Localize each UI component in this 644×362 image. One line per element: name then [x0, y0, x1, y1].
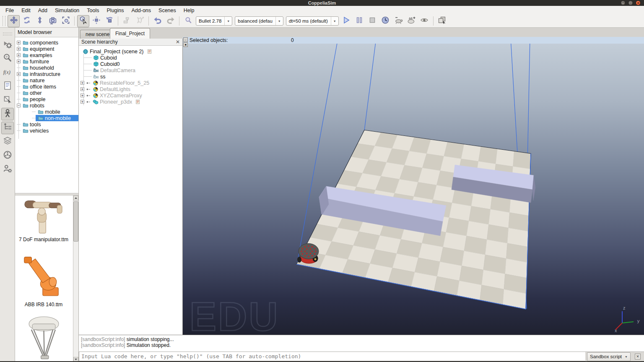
scene-scale-button[interactable] — [182, 15, 194, 27]
tree-item-equipment[interactable]: +equipment — [15, 46, 78, 52]
scene-hierarchy-toggle-button[interactable] — [1, 122, 14, 134]
lua-code-input[interactable] — [79, 352, 585, 361]
thumbnail-7-dof-manipulator-ttm[interactable]: 7 DoF manipulator.ttm — [15, 198, 72, 242]
tree-item-vehicles[interactable]: vehicles — [15, 128, 78, 134]
select-cursor-button[interactable] — [77, 15, 89, 27]
shape-edit-button[interactable] — [1, 94, 14, 107]
tree-item-furniture[interactable]: +furniture — [15, 58, 78, 65]
stop-simulation-button[interactable] — [366, 15, 379, 27]
toolbar-grip[interactable] — [3, 16, 5, 26]
camera-pan-button[interactable] — [8, 15, 20, 27]
menu-item-plugins[interactable]: Plugins — [103, 8, 128, 13]
script-editor-button[interactable] — [1, 80, 14, 93]
menu-item-help[interactable]: Help — [180, 8, 198, 13]
tree-item-people[interactable]: people — [15, 96, 78, 102]
video-recorder-button[interactable] — [1, 149, 14, 162]
camera-shift-button[interactable] — [34, 15, 46, 27]
menu-item-edit[interactable]: Edit — [18, 8, 34, 13]
select-region-button[interactable] — [60, 15, 72, 27]
layers-button[interactable] — [1, 135, 14, 148]
slower-button[interactable] — [392, 15, 405, 27]
minimize-icon[interactable]: – — [621, 0, 626, 5]
scroll-thumb[interactable] — [73, 201, 78, 242]
3d-scene[interactable]: zyxEDU — [183, 37, 644, 335]
menu-item-add[interactable]: Add — [34, 8, 51, 13]
model-browser-toggle-button[interactable] — [1, 108, 14, 120]
override-icon[interactable] — [86, 99, 91, 104]
sidebar-grip[interactable] — [3, 33, 12, 35]
hierarchy-item-defaultcamera[interactable]: DefaultCamera — [79, 67, 182, 73]
object-shift-button[interactable] — [90, 15, 102, 27]
override-icon[interactable] — [86, 93, 91, 98]
expand-toggle-icon[interactable]: + — [80, 87, 84, 91]
script-icon[interactable] — [147, 49, 152, 54]
tree-item-nature[interactable]: nature — [15, 77, 78, 83]
hierarchy-item-resizablefloor-5-25[interactable]: +ResizableFloor_5_25 — [79, 80, 182, 86]
tree-item-components[interactable]: +components — [15, 39, 78, 46]
object-properties-button[interactable] — [1, 52, 14, 65]
tree-item-non-mobile[interactable]: non-mobile — [15, 115, 78, 121]
console-close-icon[interactable]: ✕ — [635, 354, 641, 359]
tab-final-project[interactable]: Final_Project — [110, 28, 150, 39]
scroll-up-icon[interactable] — [73, 195, 78, 201]
tree-item-other[interactable]: other — [15, 90, 78, 96]
expand-toggle-icon[interactable]: + — [17, 60, 21, 63]
calculation-modules-button[interactable]: f(x) — [1, 66, 14, 79]
hierarchy-item-xyzcameraproxy[interactable]: +XYZCameraProxy — [79, 92, 182, 99]
real-time-toggle-button[interactable] — [379, 15, 392, 27]
hierarchy-item-cuboid[interactable]: Cuboid — [79, 55, 182, 61]
menu-item-tools[interactable]: Tools — [83, 8, 103, 13]
menu-item-scenes[interactable]: Scenes — [155, 8, 180, 13]
hierarchy-item-final-project-scene-2[interactable]: Final_Project (scene 2) — [79, 48, 182, 55]
thumbnail-abb-irb-360-ttm[interactable]: ABB IRB 360.ttm — [15, 313, 72, 362]
faster-button[interactable] — [405, 15, 418, 27]
expand-toggle-icon[interactable]: + — [17, 41, 21, 44]
pause-simulation-button[interactable] — [353, 15, 366, 27]
thumbnail-abb-irb-140-ttm[interactable]: ABB IRB 140.ttm — [15, 255, 72, 307]
hierarchy-item-ss[interactable]: ss — [79, 73, 182, 80]
redo-button[interactable] — [164, 15, 177, 27]
tree-item-tools[interactable]: tools — [15, 121, 78, 128]
menu-item-file[interactable]: File — [2, 8, 18, 13]
page-selector-button[interactable] — [436, 15, 448, 27]
visibility-toggle-button[interactable] — [418, 15, 431, 27]
object-rotate-button[interactable] — [103, 15, 115, 27]
expand-toggle-icon[interactable]: + — [80, 81, 84, 85]
dt-select[interactable]: dt=50 ms (default)▼ — [286, 16, 339, 26]
simulation-settings-button[interactable] — [1, 39, 14, 51]
close-icon[interactable]: ✕ — [636, 0, 641, 5]
script-selector-dropdown[interactable]: Sandbox script ▼ — [587, 352, 631, 361]
camera-fit-button[interactable] — [47, 15, 59, 27]
override-icon[interactable] — [86, 81, 91, 86]
expand-toggle-icon[interactable]: + — [17, 47, 21, 51]
hierarchy-item-pioneer-p3dx[interactable]: +Pioneer_p3dx — [79, 99, 182, 105]
speed-select[interactable]: balanced (defau▼ — [235, 16, 283, 26]
close-icon[interactable]: ✕ — [176, 39, 180, 44]
tree-item-examples[interactable]: +examples — [15, 52, 78, 58]
undo-button[interactable] — [151, 15, 164, 27]
tree-item-office-items[interactable]: office items — [15, 83, 78, 90]
scrollbar[interactable] — [73, 195, 78, 362]
user-settings-button[interactable] — [1, 163, 14, 176]
hierarchy-item-defaultlights[interactable]: +DefaultLights — [79, 86, 182, 92]
menu-item-add-ons[interactable]: Add-ons — [128, 8, 155, 13]
maximize-icon[interactable]: □ — [628, 0, 633, 5]
hierarchy-item-cuboid0[interactable]: Cuboid0 — [79, 61, 182, 67]
tree-item-infrastructure[interactable]: +infrastructure — [15, 71, 78, 77]
viewport-page-icon[interactable]: ■ — [183, 42, 188, 47]
status-console[interactable]: [sandboxScript:info] simulation stopping… — [79, 335, 644, 352]
engine-select[interactable]: Bullet 2.78▼ — [196, 16, 232, 26]
expand-toggle-icon[interactable]: + — [80, 94, 84, 97]
expand-toggle-icon[interactable]: + — [17, 72, 21, 76]
tree-item-robots[interactable]: −robots — [15, 102, 78, 109]
expand-toggle-icon[interactable]: + — [17, 53, 21, 57]
tree-item-household[interactable]: household — [15, 65, 78, 71]
viewport-collapse-icon[interactable]: – — [183, 37, 188, 42]
expand-toggle-icon[interactable]: − — [17, 104, 21, 107]
override-icon[interactable] — [86, 87, 91, 92]
start-simulation-button[interactable] — [340, 15, 353, 27]
title-bar[interactable]: CoppeliaSim – □ ✕ — [0, 0, 644, 6]
menu-item-simulation[interactable]: Simulation — [51, 8, 83, 13]
tree-item-mobile[interactable]: mobile — [15, 109, 78, 115]
script-icon[interactable] — [135, 99, 140, 104]
